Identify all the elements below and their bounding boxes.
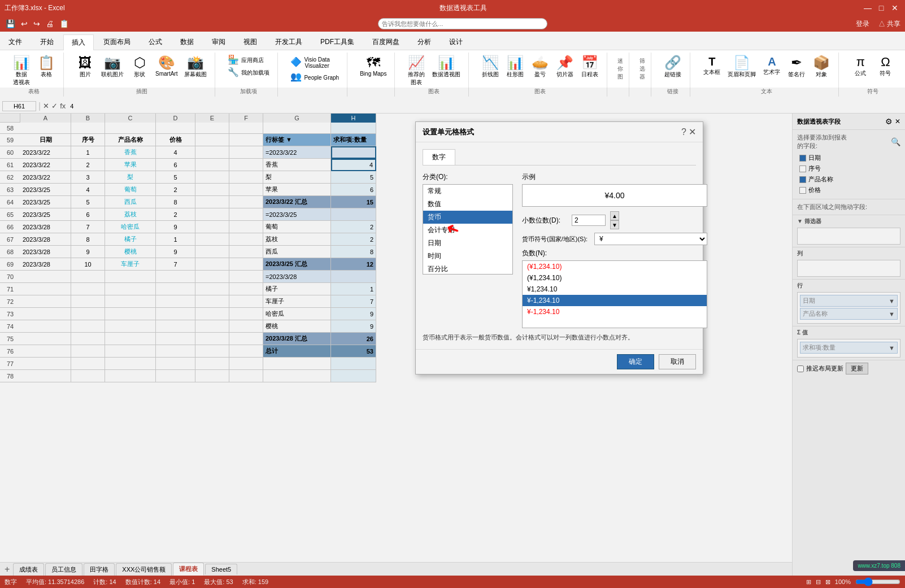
btn-pivot-table[interactable]: 📊 数据透视表 [10, 55, 33, 88]
btn-smartart[interactable]: 🎨 SmartArt [153, 55, 180, 78]
cell-D58[interactable] [156, 123, 195, 134]
cell-G69[interactable]: 2023/3/25 汇总 [263, 258, 331, 271]
btn-wordart[interactable]: A 艺术字 [760, 55, 783, 77]
cell-E65[interactable] [195, 208, 229, 221]
cell-G74[interactable]: 樱桃 [263, 320, 331, 333]
rows-product-arrow[interactable]: ▼ [889, 311, 895, 317]
tab-review[interactable]: 审阅 [203, 34, 234, 50]
field-date[interactable]: 日期 [797, 153, 900, 163]
category-list[interactable]: 常规 数值 货币 会计专用 日期 时间 百分比 分数 科学记数 文本 特殊 自定… [423, 184, 513, 275]
cell-C65[interactable]: 荔枝 [105, 208, 156, 221]
cell-D62[interactable]: 5 [156, 171, 195, 184]
cell-D63[interactable]: 2 [156, 184, 195, 196]
row-num-75[interactable]: 75 [0, 333, 20, 345]
sheet-tab-xxx[interactable]: XXX公司销售额 [116, 563, 172, 576]
btn-visio[interactable]: 🔷 Visio DataVisualizer [288, 55, 332, 69]
cell-A76[interactable] [20, 345, 71, 358]
cell-F58[interactable] [229, 123, 263, 134]
btn-screenshot[interactable]: 📸 屏幕截图 [182, 55, 209, 80]
tab-insert[interactable]: 插入 [63, 34, 94, 50]
dialog-cancel-btn[interactable]: 取消 [659, 354, 696, 369]
tab-analyze[interactable]: 分析 [409, 34, 440, 50]
cell-F67[interactable] [229, 233, 263, 246]
tab-formula[interactable]: 公式 [140, 34, 171, 50]
cell-G73[interactable]: 哈密瓜 [263, 308, 331, 320]
cat-number[interactable]: 数值 [423, 198, 512, 211]
btn-table[interactable]: 📋 表格 [35, 55, 58, 80]
tab-view[interactable]: 视图 [235, 34, 266, 50]
btn-picture[interactable]: 🖼 图片 [74, 55, 97, 80]
sheet-tab-yuangongxinxi[interactable]: 员工信息 [45, 563, 82, 576]
defer-update-checkbox[interactable] [797, 365, 804, 372]
cell-E67[interactable] [195, 233, 229, 246]
cell-C71[interactable] [105, 283, 156, 295]
cell-F66[interactable] [229, 221, 263, 233]
cell-G71[interactable]: 橘子 [263, 283, 331, 295]
btn-pie-chart[interactable]: 🥧 盈亏 [529, 55, 551, 80]
cell-E74[interactable] [195, 320, 229, 333]
cell-B63[interactable]: 4 [71, 184, 105, 196]
cell-E66[interactable] [195, 221, 229, 233]
dialog-ok-btn[interactable]: 确定 [617, 354, 654, 369]
cell-D73[interactable] [156, 308, 195, 320]
col-header-G[interactable]: G [263, 114, 331, 123]
maximize-btn[interactable]: □ [876, 2, 887, 14]
cell-C74[interactable] [105, 320, 156, 333]
cell-A78[interactable] [20, 370, 71, 382]
qat-redo[interactable]: ↪ [32, 18, 41, 29]
col-header-D[interactable]: D [156, 114, 195, 123]
cell-E76[interactable] [195, 345, 229, 358]
row-num-64[interactable]: 64 [0, 196, 20, 208]
cell-F69[interactable] [229, 258, 263, 271]
cell-A73[interactable] [20, 308, 71, 320]
row-num-60[interactable]: 60 [0, 146, 20, 159]
cell-H77[interactable] [331, 358, 376, 370]
cell-A75[interactable] [20, 333, 71, 345]
row-num-70[interactable]: 70 [0, 271, 20, 283]
tab-home[interactable]: 开始 [32, 34, 62, 50]
cell-C60[interactable]: 香蕉 [105, 146, 156, 159]
cell-E69[interactable] [195, 258, 229, 271]
search-fields-btn[interactable]: 🔍 [891, 137, 900, 146]
cell-F75[interactable] [229, 333, 263, 345]
cell-H62[interactable]: 5 [331, 171, 376, 184]
cell-H71[interactable]: 1 [331, 283, 376, 295]
neg-item-2[interactable]: ¥1,234.10 [523, 284, 707, 295]
cell-G78[interactable] [263, 370, 331, 382]
cell-E73[interactable] [195, 308, 229, 320]
cell-E64[interactable] [195, 196, 229, 208]
cell-G76[interactable]: 总计 [263, 345, 331, 358]
cell-C58[interactable] [105, 123, 156, 134]
cell-B67[interactable]: 8 [71, 233, 105, 246]
neg-item-0[interactable]: (¥1,234.10) [523, 261, 707, 272]
cell-F76[interactable] [229, 345, 263, 358]
status-view-normal[interactable]: ⊞ [806, 578, 811, 586]
status-view-layout[interactable]: ⊟ [816, 578, 821, 586]
cell-H78[interactable] [331, 370, 376, 382]
rows-date-arrow[interactable]: ▼ [889, 298, 895, 304]
cell-A70[interactable] [20, 271, 71, 283]
row-num-73[interactable]: 73 [0, 308, 20, 320]
currency-symbol-select[interactable]: ¥ [594, 233, 707, 245]
cat-percent[interactable]: 百分比 [423, 263, 512, 275]
cell-B77[interactable] [71, 358, 105, 370]
cell-B69[interactable]: 10 [71, 258, 105, 271]
cell-F73[interactable] [229, 308, 263, 320]
sheet-tab-kechengbiao[interactable]: 课程表 [173, 563, 204, 576]
btn-timeline[interactable]: 📅 日程表 [578, 55, 601, 80]
cell-C78[interactable] [105, 370, 156, 382]
row-num-68[interactable]: 68 [0, 246, 20, 258]
cell-A59[interactable]: 日期 [20, 134, 71, 146]
cell-H69[interactable]: 12 [331, 258, 376, 271]
login-btn[interactable]: 登录 [856, 19, 869, 29]
field-price[interactable]: 价格 [797, 185, 900, 195]
col-header-H[interactable]: H [331, 114, 376, 123]
row-num-59[interactable]: 59 [0, 134, 20, 146]
btn-recommended-charts[interactable]: 📈 推荐的图表 [405, 55, 428, 88]
cell-H60[interactable] [331, 146, 376, 159]
dialog-close-btn[interactable]: ✕ [689, 127, 696, 137]
sheet-tab-tianzige[interactable]: 田字格 [84, 563, 115, 576]
btn-appstore[interactable]: 🏪 应用商店 [225, 55, 266, 65]
columns-drop-area[interactable] [797, 260, 900, 277]
cell-D71[interactable] [156, 283, 195, 295]
